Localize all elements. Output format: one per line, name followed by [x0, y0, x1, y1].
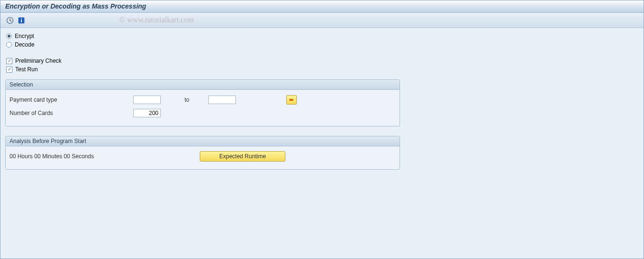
to-label: to	[161, 96, 208, 103]
decode-label: Decode	[15, 41, 34, 48]
selection-group: Selection Payment card type to ➨ Number …	[5, 79, 400, 126]
title-bar: Encryption or Decoding as Mass Processin…	[0, 0, 644, 13]
options-checkbox-group: ✓ Preliminary Check ✓ Test Run	[5, 58, 639, 73]
page-title: Encryption or Decoding as Mass Processin…	[5, 2, 146, 10]
svg-rect-6	[21, 20, 22, 22]
decode-radio[interactable]: Decode	[6, 41, 639, 48]
card-type-from-input[interactable]	[133, 96, 161, 104]
runtime-row: 00 Hours 00 Minutes 00 Seconds Expected …	[10, 151, 396, 162]
preliminary-check-checkbox[interactable]: ✓ Preliminary Check	[6, 58, 639, 64]
app-window: Encryption or Decoding as Mass Processin…	[0, 0, 644, 259]
analysis-header: Analysis Before Program Start	[6, 136, 400, 146]
encrypt-label: Encrypt	[15, 33, 34, 39]
mode-radio-group: Encrypt Decode	[5, 33, 639, 48]
num-cards-input[interactable]	[133, 109, 161, 117]
toolbar: © www.tutorialkart.com	[0, 13, 644, 28]
info-button[interactable]	[17, 16, 26, 25]
test-run-label: Test Run	[15, 66, 38, 73]
test-run-checkbox[interactable]: ✓ Test Run	[6, 66, 639, 73]
card-type-row: Payment card type to ➨	[10, 95, 396, 105]
runtime-text: 00 Hours 00 Minutes 00 Seconds	[10, 153, 200, 160]
expected-runtime-button[interactable]: Expected Runtime	[200, 151, 285, 162]
content-area: Encrypt Decode ✓ Preliminary Check ✓ Tes…	[0, 28, 644, 184]
preliminary-check-label: Preliminary Check	[15, 58, 61, 64]
num-cards-label: Number of Cards	[10, 110, 133, 116]
radio-unchecked-icon	[6, 42, 12, 48]
execute-button[interactable]	[5, 16, 15, 25]
checkbox-checked-icon: ✓	[6, 67, 12, 73]
checkbox-checked-icon: ✓	[6, 58, 12, 64]
analysis-group: Analysis Before Program Start 00 Hours 0…	[5, 136, 400, 170]
multiple-selection-button[interactable]: ➨	[286, 95, 297, 105]
encrypt-radio[interactable]: Encrypt	[6, 33, 639, 39]
runtime-button-label: Expected Runtime	[219, 153, 266, 160]
clock-icon	[6, 17, 14, 24]
selection-header: Selection	[6, 80, 400, 90]
card-type-to-input[interactable]	[208, 96, 236, 104]
selection-body: Payment card type to ➨ Number of Cards	[6, 90, 400, 126]
svg-point-3	[10, 20, 10, 21]
analysis-body: 00 Hours 00 Minutes 00 Seconds Expected …	[6, 146, 400, 169]
num-cards-row: Number of Cards	[10, 108, 396, 118]
radio-checked-icon	[6, 33, 12, 39]
card-type-label: Payment card type	[10, 96, 133, 103]
info-icon	[18, 17, 25, 24]
watermark: © www.tutorialkart.com	[119, 16, 194, 24]
arrow-right-icon: ➨	[289, 96, 294, 103]
svg-rect-5	[21, 19, 22, 19]
